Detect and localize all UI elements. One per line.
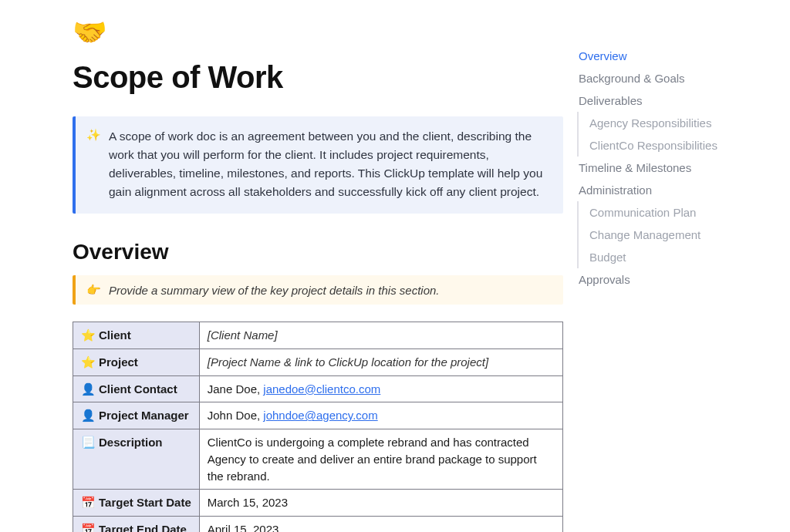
toc-item[interactable]: Agency Responsibilities [579, 112, 756, 134]
table-label-cell: 📃Description [73, 429, 200, 490]
table-row: 👤Client ContactJane Doe, janedoe@clientc… [73, 375, 563, 402]
toc-subgroup: Agency ResponsibilitiesClientCo Responsi… [577, 112, 756, 157]
cell-value: April 15, 2023 [208, 523, 279, 532]
cell-label: Target Start Date [99, 496, 191, 509]
cell-icon: 📅 [81, 496, 96, 509]
contact-name: Jane Doe [208, 382, 257, 396]
toc-item[interactable]: Budget [579, 246, 756, 268]
overview-heading: Overview [73, 240, 563, 264]
sparkles-icon: ✨ [86, 128, 101, 142]
toc-item[interactable]: Change Management [579, 224, 756, 246]
cell-value: March 15, 2023 [208, 496, 288, 509]
cell-icon: 📃 [81, 436, 96, 449]
table-row: 📃DescriptionClientCo is undergoing a com… [73, 429, 563, 490]
placeholder-text: [Project Name & link to ClickUp location… [208, 355, 488, 369]
cell-label: Client [99, 328, 131, 342]
cell-label: Project [99, 355, 138, 369]
cell-icon: 👤 [81, 382, 96, 396]
table-value-cell: ClientCo is undergoing a complete rebran… [199, 429, 562, 490]
toc-item[interactable]: ClientCo Responsibilities [579, 134, 756, 157]
page-title: Scope of Work [73, 60, 563, 95]
table-row: ⭐Project[Project Name & link to ClickUp … [73, 348, 563, 375]
toc-item[interactable]: Administration [576, 179, 756, 201]
table-label-cell: 👤Project Manager [73, 402, 200, 429]
overview-tip: 👉 Provide a summary view of the key proj… [73, 275, 563, 305]
table-value-cell: [Client Name] [199, 322, 562, 349]
table-value-cell: April 15, 2023 [199, 517, 562, 532]
toc-item[interactable]: Approvals [576, 268, 756, 291]
toc-subgroup: Communication PlanChange ManagementBudge… [577, 201, 756, 268]
cell-icon: ⭐ [81, 355, 96, 369]
cell-label: Target End Date [99, 523, 187, 532]
toc-item[interactable]: Background & Goals [576, 67, 756, 89]
cell-label: Description [99, 436, 163, 449]
placeholder-text: [Client Name] [208, 328, 278, 342]
table-label-cell: 📅Target End Date [73, 517, 200, 532]
cell-value: ClientCo is undergoing a complete rebran… [208, 436, 537, 483]
table-value-cell: Jane Doe, janedoe@clientco.com [199, 375, 562, 402]
overview-tip-text: Provide a summary view of the key projec… [109, 284, 440, 297]
toc-item[interactable]: Deliverables [576, 89, 756, 112]
table-row: 📅Target Start DateMarch 15, 2023 [73, 490, 563, 517]
table-value-cell: [Project Name & link to ClickUp location… [199, 348, 562, 375]
table-label-cell: ⭐Client [73, 322, 200, 349]
contact-name: John Doe [208, 409, 257, 422]
table-row: 👤Project ManagerJohn Doe, johndoe@agency… [73, 402, 563, 429]
toc-item[interactable]: Timeline & Milestones [576, 157, 756, 179]
contact-email-link[interactable]: johndoe@agency.com [263, 409, 377, 422]
table-label-cell: 📅Target Start Date [73, 490, 200, 517]
point-right-icon: 👉 [86, 283, 101, 297]
cell-icon: 📅 [81, 523, 96, 532]
table-row: ⭐Client[Client Name] [73, 322, 563, 349]
table-label-cell: 👤Client Contact [73, 375, 200, 402]
intro-callout-text: A scope of work doc is an agreement betw… [109, 127, 549, 201]
overview-table: ⭐Client[Client Name]⭐Project[Project Nam… [73, 322, 563, 532]
toc-sidebar: OverviewBackground & GoalsDeliverablesAg… [571, 19, 756, 532]
intro-callout: ✨ A scope of work doc is an agreement be… [73, 116, 563, 214]
table-value-cell: John Doe, johndoe@agency.com [199, 402, 562, 429]
cell-label: Project Manager [99, 409, 189, 422]
toc-item[interactable]: Communication Plan [579, 201, 756, 224]
cell-label: Client Contact [99, 382, 177, 396]
table-value-cell: March 15, 2023 [199, 490, 562, 517]
table-label-cell: ⭐Project [73, 348, 200, 375]
cell-icon: ⭐ [81, 328, 96, 342]
handshake-icon: 🤝 [73, 19, 563, 46]
contact-email-link[interactable]: janedoe@clientco.com [263, 382, 380, 396]
document-main: 🤝 Scope of Work ✨ A scope of work doc is… [0, 19, 571, 532]
cell-icon: 👤 [81, 409, 96, 422]
table-row: 📅Target End DateApril 15, 2023 [73, 517, 563, 532]
toc-item[interactable]: Overview [576, 45, 756, 67]
